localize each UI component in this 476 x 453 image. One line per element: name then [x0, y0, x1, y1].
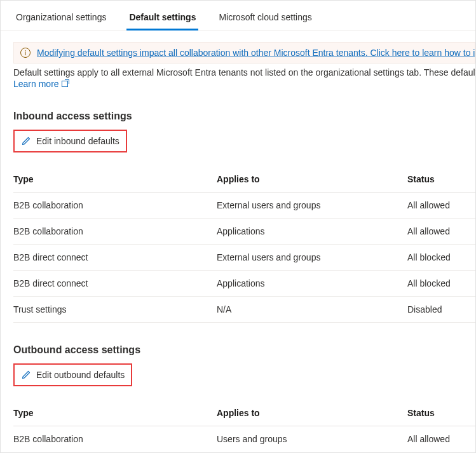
inbound-table: Type Applies to Status B2B collaboration…: [13, 166, 476, 323]
tab-organizational-settings[interactable]: Organizational settings: [13, 6, 109, 30]
edit-inbound-label: Edit inbound defaults: [36, 136, 119, 146]
edit-outbound-label: Edit outbound defaults: [36, 370, 125, 380]
col-type: Type: [13, 408, 217, 418]
external-link-icon: [62, 81, 68, 87]
edit-inbound-defaults-button[interactable]: Edit inbound defaults: [13, 130, 127, 152]
cell-appliesto: Applications: [217, 226, 407, 236]
cell-status: Disabled: [407, 304, 476, 314]
cell-type: B2B collaboration: [13, 200, 217, 210]
tab-microsoft-cloud-settings[interactable]: Microsoft cloud settings: [216, 6, 314, 30]
inbound-section-title: Inbound access settings: [13, 111, 475, 122]
info-icon: i: [20, 48, 31, 58]
content-area: i Modifying default settings impact all …: [1, 30, 475, 452]
table-row: Trust settingsN/ADisabled: [13, 297, 476, 323]
cell-type: Trust settings: [13, 304, 217, 314]
learn-more-label: Learn more: [13, 79, 59, 89]
col-applies-to: Applies to: [217, 408, 407, 418]
cell-appliesto: Users and groups: [217, 434, 407, 444]
table-row: B2B direct connectExternal users and gro…: [13, 245, 476, 271]
table-row: B2B direct connectApplicationsAll blocke…: [13, 271, 476, 297]
col-applies-to: Applies to: [217, 174, 407, 184]
outbound-section-title: Outbound access settings: [13, 344, 475, 356]
info-banner: i Modifying default settings impact all …: [13, 42, 475, 64]
cell-type: B2B direct connect: [13, 278, 217, 288]
inbound-table-header: Type Applies to Status: [13, 166, 476, 193]
col-type: Type: [13, 174, 217, 184]
table-row: B2B collaborationApplicationsAll allowed: [13, 219, 476, 245]
cell-appliesto: External users and groups: [217, 200, 407, 210]
cell-status: All blocked: [407, 278, 476, 288]
col-status: Status: [407, 408, 476, 418]
cell-status: All blocked: [407, 252, 476, 262]
col-status: Status: [407, 174, 476, 184]
cell-appliesto: N/A: [217, 304, 407, 314]
cell-type: B2B collaboration: [13, 434, 217, 444]
learn-more-link[interactable]: Learn more: [13, 79, 68, 89]
tab-bar: Organizational settingsDefault settingsM…: [1, 1, 475, 30]
info-banner-link[interactable]: Modifying default settings impact all co…: [37, 48, 475, 58]
tab-default-settings[interactable]: Default settings: [126, 6, 198, 30]
outbound-table-header: Type Applies to Status: [13, 400, 476, 426]
description-text: Default settings apply to all external M…: [13, 67, 475, 78]
table-row: B2B collaborationUsers and groupsAll all…: [13, 426, 476, 452]
pencil-icon: [21, 370, 31, 380]
outbound-table: Type Applies to Status B2B collaboration…: [13, 400, 476, 452]
table-row: B2B collaborationExternal users and grou…: [13, 193, 476, 219]
edit-outbound-defaults-button[interactable]: Edit outbound defaults: [13, 363, 132, 386]
pencil-icon: [21, 136, 31, 146]
cell-appliesto: External users and groups: [217, 252, 407, 262]
cell-status: All allowed: [407, 226, 476, 236]
cell-status: All allowed: [407, 434, 476, 444]
cell-status: All allowed: [407, 200, 476, 210]
cell-appliesto: Applications: [217, 278, 407, 288]
cell-type: B2B collaboration: [13, 226, 217, 236]
cell-type: B2B direct connect: [13, 252, 217, 262]
